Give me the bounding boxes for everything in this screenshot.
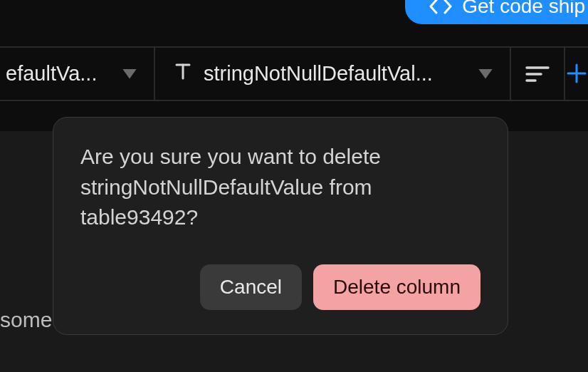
background-text: some [0,308,52,332]
top-bar: Get code ship [0,0,588,46]
plus-icon [567,58,587,90]
sort-icon [525,65,550,83]
delete-column-button[interactable]: Delete column [313,264,481,310]
chevron-down-icon[interactable] [122,69,137,79]
modal-message: Are you sure you want to delete stringNo… [80,142,481,233]
column-header-1[interactable]: stringNotNullDefaultVal... [155,48,511,100]
get-code-label: Get code ship [462,0,585,18]
get-code-button[interactable]: Get code ship [405,0,588,24]
cancel-button[interactable]: Cancel [200,264,302,310]
column-header-0[interactable]: efaultVa... [0,48,155,100]
column-label: stringNotNullDefaultVal... [204,62,458,86]
column-label: efaultVa... [6,62,103,86]
code-icon [429,0,452,14]
column-header-row: efaultVa... stringNotNullDefaultVal... [0,46,588,101]
modal-actions: Cancel Delete column [80,264,481,310]
chevron-down-icon[interactable] [478,69,493,79]
add-column-button[interactable] [565,48,588,100]
confirm-delete-modal: Are you sure you want to delete stringNo… [53,117,508,335]
text-type-icon [172,61,194,87]
sort-button[interactable] [511,48,565,100]
